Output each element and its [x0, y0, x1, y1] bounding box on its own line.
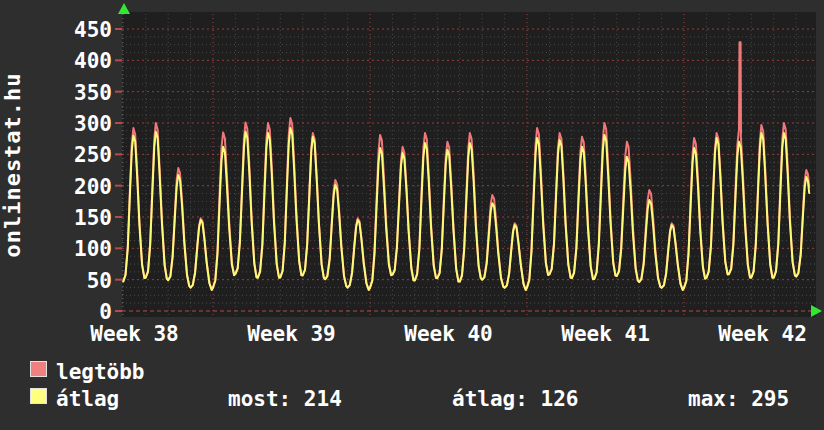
legend-label-atlag: átlag: [56, 387, 119, 411]
y-axis-tick-label: 450: [74, 18, 112, 42]
y-axis-tick-label: 150: [74, 206, 112, 230]
legend-swatch-legtobb: [30, 361, 47, 377]
time-series-chart: 050100150200250300350400450Week 38Week 3…: [0, 0, 824, 352]
rrd-graph: onlinestat.hu 05010015020025030035040045…: [0, 0, 824, 430]
y-axis-tick-label: 50: [87, 269, 112, 293]
x-axis-tick-label: Week 42: [718, 322, 807, 346]
y-axis-tick-label: 300: [74, 112, 112, 136]
x-axis-tick-label: Week 38: [90, 322, 179, 346]
y-axis-tick-label: 200: [74, 175, 112, 199]
x-axis-arrow-icon: [811, 305, 822, 317]
stat-atlag: átlag: 126: [452, 387, 578, 411]
y-axis-tick-label: 100: [74, 237, 112, 261]
stat-most: most: 214: [228, 387, 342, 411]
legend-label-legtobb: legtöbb: [56, 360, 145, 384]
y-axis-tick-label: 350: [74, 81, 112, 105]
x-axis-tick-label: Week 39: [247, 322, 336, 346]
y-axis-arrow-icon: [118, 3, 130, 14]
y-axis-tick-label: 250: [74, 143, 112, 167]
legend-swatch-atlag: [30, 388, 47, 404]
y-axis-tick-label: 400: [74, 49, 112, 73]
x-axis-tick-label: Week 41: [561, 322, 650, 346]
stat-max: max: 295: [688, 387, 789, 411]
y-axis-tick-label: 0: [99, 300, 112, 324]
x-axis-tick-label: Week 40: [404, 322, 493, 346]
